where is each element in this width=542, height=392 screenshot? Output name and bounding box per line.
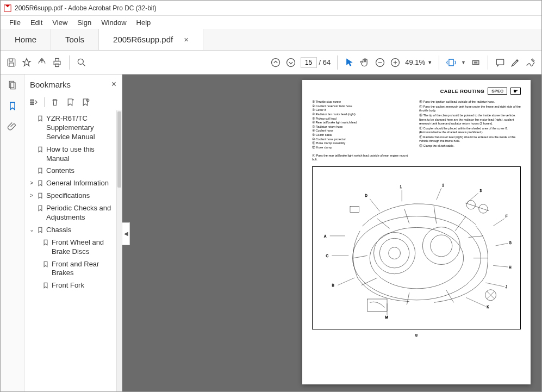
new-bookmark-icon[interactable]	[65, 97, 75, 107]
bookmark-label: How to use this Manual	[46, 145, 114, 164]
svg-rect-5	[55, 58, 59, 61]
menu-file[interactable]: File	[5, 17, 25, 28]
bookmark-item[interactable]: Front and Rear Brakes	[27, 258, 116, 280]
document-area[interactable]: ◀ CABLE ROUTING SPEC ☛ ① Throttle stop s…	[122, 74, 541, 392]
page-title: CABLE ROUTING	[440, 89, 485, 94]
bookmarks-icon[interactable]	[7, 101, 18, 111]
zoom-select[interactable]: 49.1%▼	[405, 58, 432, 66]
svg-rect-30	[350, 206, 359, 212]
bookmark-label: Specifications	[46, 191, 114, 201]
highlight-icon[interactable]	[510, 57, 521, 68]
pointer-icon[interactable]	[344, 57, 355, 68]
fit-page-icon[interactable]	[446, 57, 457, 68]
separator	[337, 55, 338, 70]
collapse-handle-icon[interactable]: ◀	[122, 222, 130, 245]
print-icon[interactable]	[52, 57, 63, 68]
spec-box: SPEC	[488, 88, 507, 95]
svg-point-24	[379, 238, 409, 267]
delete-icon[interactable]	[50, 97, 60, 107]
tool-icon: ☛	[510, 88, 521, 95]
bookmark-label: General Information	[46, 179, 114, 188]
svg-text:J: J	[505, 285, 507, 289]
tab-home[interactable]: Home	[1, 29, 51, 50]
bookmark-icon	[36, 115, 44, 122]
menu-bar: File Edit View Sign Window Help	[1, 16, 541, 29]
chevron-icon[interactable]: >	[29, 179, 34, 186]
tab-tools[interactable]: Tools	[51, 29, 99, 50]
title-bar: 2005R6supp.pdf - Adobe Acrobat Pro DC (3…	[1, 1, 541, 16]
svg-rect-15	[9, 82, 14, 88]
bookmark-item[interactable]: >General Information	[27, 177, 116, 190]
page-number-input[interactable]	[301, 57, 317, 68]
bookmark-item[interactable]: >Specifications	[27, 190, 116, 202]
menu-sign[interactable]: Sign	[73, 17, 96, 28]
svg-text:2: 2	[442, 183, 444, 187]
star-icon[interactable]	[21, 57, 32, 68]
chevron-icon[interactable]: >	[29, 191, 34, 199]
svg-point-29	[478, 204, 487, 213]
bookmark-label: Front Fork	[52, 281, 114, 290]
page-up-icon[interactable]	[270, 57, 281, 68]
zoom-out-icon[interactable]	[375, 57, 385, 68]
bookmark-icon	[42, 282, 49, 289]
bookmark-icon	[36, 146, 44, 153]
menu-help[interactable]: Help	[132, 17, 155, 28]
thumbnails-icon[interactable]	[7, 80, 18, 91]
hand-icon[interactable]	[359, 57, 370, 68]
find-bookmark-icon[interactable]	[80, 97, 90, 107]
share-icon[interactable]	[36, 57, 47, 68]
options-icon[interactable]	[29, 97, 39, 107]
separator	[69, 55, 70, 70]
separator	[488, 55, 488, 70]
svg-rect-2	[9, 59, 13, 61]
bookmark-label: Periodic Checks and Adjustments	[46, 204, 114, 222]
svg-text:H: H	[509, 265, 512, 269]
bookmark-label: Front and Rear Brakes	[52, 260, 114, 278]
zoom-in-icon[interactable]	[390, 57, 401, 68]
close-icon[interactable]: ×	[184, 35, 189, 44]
svg-text:G: G	[509, 241, 512, 245]
bookmark-item[interactable]: Front Fork	[27, 279, 116, 292]
bookmarks-tools	[24, 94, 122, 110]
svg-text:F: F	[505, 214, 507, 218]
menu-edit[interactable]: Edit	[26, 17, 47, 28]
page-down-icon[interactable]	[285, 57, 296, 68]
tab-file[interactable]: 2005R6supp.pdf ×	[99, 29, 203, 50]
svg-point-26	[422, 227, 460, 264]
bookmarks-header: Bookmarks ×	[24, 74, 122, 94]
chevron-down-icon: ▼	[427, 60, 432, 65]
bookmark-item[interactable]: How to use this Manual	[27, 144, 116, 165]
svg-rect-6	[55, 64, 59, 66]
svg-point-27	[430, 235, 452, 257]
bookmark-label: Contents	[46, 166, 114, 176]
bookmark-item[interactable]: Contents	[27, 165, 116, 177]
bookmark-item[interactable]: YZR-R6T/TC Supplementary Service Manual	[27, 113, 116, 144]
bookmark-item[interactable]: Front Wheel and Brake Discs	[27, 237, 116, 258]
toolbar: / 64 49.1%▼ ▼	[1, 51, 541, 74]
menu-view[interactable]: View	[48, 17, 72, 28]
close-panel-icon[interactable]: ×	[111, 79, 116, 89]
bookmark-icon	[36, 167, 44, 175]
chevron-icon[interactable]: ⌄	[29, 226, 34, 233]
search-icon[interactable]	[76, 57, 87, 68]
bookmark-item[interactable]: ⌄Chassis	[27, 224, 116, 237]
bookmark-label: Front Wheel and Brake Discs	[52, 238, 114, 257]
attachments-icon[interactable]	[7, 121, 18, 132]
bookmark-item[interactable]: Periodic Checks and Adjustments	[27, 202, 116, 224]
save-icon[interactable]	[6, 57, 17, 68]
svg-text:A: A	[323, 234, 326, 238]
menu-window[interactable]: Window	[97, 17, 130, 28]
sign-icon[interactable]	[525, 57, 536, 68]
side-rail	[1, 74, 24, 392]
separator	[439, 55, 439, 70]
svg-rect-31	[367, 299, 387, 312]
chevron-down-icon[interactable]: ▼	[461, 60, 466, 65]
bookmark-icon	[36, 179, 44, 187]
comment-icon[interactable]	[495, 57, 506, 68]
scrollbar[interactable]	[116, 110, 122, 392]
svg-rect-12	[449, 59, 453, 66]
pdf-icon	[4, 4, 11, 12]
bookmarks-panel: Bookmarks × YZR-R6T/TC Supplementary Ser…	[24, 74, 122, 392]
scroll-mode-icon[interactable]	[470, 57, 481, 68]
svg-text:M: M	[385, 315, 388, 319]
